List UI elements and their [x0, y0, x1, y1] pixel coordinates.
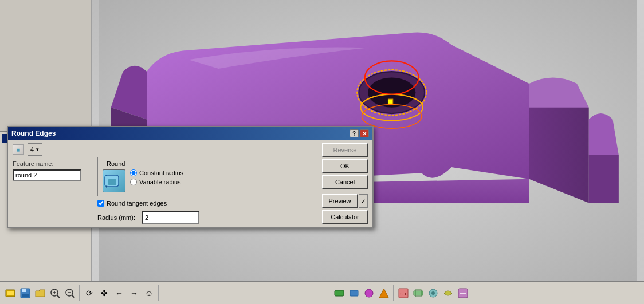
- toolbar-icon-c4[interactable]: [377, 286, 391, 300]
- toolbar-icon-back[interactable]: ←: [112, 286, 126, 300]
- left-toolbar: ⟳ ✤ ← → ☺: [3, 285, 156, 301]
- radius-input-container: 2 1 3 4 5: [142, 211, 199, 224]
- titlebar-buttons: ? ✕: [350, 129, 369, 137]
- separator-1: [79, 285, 80, 301]
- toolbar-row: ■ 4 ▼: [13, 143, 93, 156]
- bottom-right-buttons: Preview ✓ Calculator: [322, 194, 368, 224]
- svg-rect-15: [22, 294, 29, 297]
- svg-rect-28: [414, 291, 423, 295]
- svg-point-31: [431, 291, 435, 295]
- constant-radius-option[interactable]: Constant radius: [130, 169, 183, 176]
- preview-btn-row: Preview ✓: [322, 194, 368, 208]
- constant-radius-radio[interactable]: [130, 169, 137, 176]
- feature-name-label: Feature name:: [13, 160, 93, 167]
- feature-name-input[interactable]: [13, 169, 81, 181]
- bottom-toolbar: ⟳ ✤ ← → ☺: [0, 281, 644, 304]
- dialog-titlebar: Round Edges ? ✕: [8, 127, 372, 140]
- toolbar-icon-c5[interactable]: 3D: [396, 286, 410, 300]
- close-button[interactable]: ✕: [360, 129, 369, 137]
- svg-rect-12: [7, 291, 14, 295]
- toolbar-icon-zoom-out[interactable]: [63, 286, 77, 300]
- separator-3: [393, 285, 394, 301]
- svg-line-21: [72, 295, 74, 298]
- dialog-title: Round Edges: [11, 129, 56, 137]
- radius-row: Radius (mm): 2 1 3 4 5: [97, 211, 199, 224]
- toolbar-icon-forward[interactable]: →: [127, 286, 141, 300]
- toolbar-icon-1[interactable]: [3, 286, 17, 300]
- ok-button[interactable]: OK: [322, 159, 368, 173]
- svg-rect-6: [388, 99, 392, 104]
- dialog-left-section: ■ 4 ▼ Feature name:: [13, 143, 93, 224]
- toolbar-icon-box: ■: [13, 144, 24, 155]
- dialog-body: ■ 4 ▼ Feature name: Round: [8, 140, 372, 227]
- toolbar-icon-c7[interactable]: [426, 286, 440, 300]
- round-group-wrapper: Round r: [97, 157, 199, 224]
- toolbar-icon-open[interactable]: [33, 286, 47, 300]
- toolbar-number-btn[interactable]: 4 ▼: [28, 143, 42, 156]
- round-content: r Constant radius Variable radius: [103, 169, 194, 192]
- calculator-button[interactable]: Calculator: [322, 210, 368, 224]
- round-group-title: Round: [105, 160, 127, 167]
- toolbar-icon-c3[interactable]: [362, 286, 376, 300]
- toolbar-icon-smile[interactable]: ☺: [142, 286, 156, 300]
- svg-rect-14: [22, 289, 26, 292]
- dropdown-arrow-icon: ▼: [35, 147, 40, 152]
- variable-radius-option[interactable]: Variable radius: [130, 179, 183, 185]
- svg-text:3D: 3D: [400, 291, 406, 297]
- toolbar-icon-rotate[interactable]: ⟳: [83, 286, 96, 300]
- preview-check-btn[interactable]: ✓: [359, 194, 368, 208]
- toolbar-icon-pan[interactable]: ✤: [97, 286, 111, 300]
- svg-rect-9: [108, 179, 116, 185]
- separator-2: [158, 285, 159, 301]
- radio-group: Constant radius Variable radius: [130, 169, 183, 185]
- round-tangent-checkbox[interactable]: [97, 200, 104, 207]
- cancel-button[interactable]: Cancel: [322, 175, 368, 189]
- svg-rect-23: [335, 290, 344, 296]
- reverse-button[interactable]: Reverse: [322, 143, 368, 157]
- svg-line-17: [57, 295, 60, 298]
- round-group: Round r: [97, 157, 199, 196]
- svg-rect-24: [350, 290, 358, 296]
- feature-tree: [0, 0, 91, 132]
- radius-select[interactable]: 2 1 3 4 5: [142, 211, 199, 224]
- toolbar-icon-save[interactable]: [18, 286, 32, 300]
- dialog-right-buttons: Reverse OK Cancel Preview ✓: [322, 143, 368, 224]
- toolbar-icon-c2[interactable]: [347, 286, 361, 300]
- radius-label: Radius (mm):: [97, 214, 138, 221]
- toolbar-icon-c9[interactable]: [456, 286, 470, 300]
- toolbar-icon-zoom-in[interactable]: [48, 286, 62, 300]
- round-edges-dialog: Round Edges ? ✕ ■ 4: [7, 126, 374, 229]
- preview-button[interactable]: Preview: [322, 194, 358, 208]
- svg-point-25: [365, 289, 373, 297]
- center-toolbar: 3D: [162, 285, 641, 301]
- toolbar-icon-c1[interactable]: [332, 286, 346, 300]
- round-feature-icon: r: [103, 169, 125, 192]
- round-tangent-checkbox-row[interactable]: Round tangent edges: [97, 200, 199, 207]
- dialog-container: Round Edges ? ✕ ■ 4: [7, 126, 374, 228]
- variable-radius-radio[interactable]: [130, 179, 137, 185]
- toolbar-icon-c8[interactable]: [441, 286, 455, 300]
- help-button[interactable]: ?: [350, 129, 359, 137]
- toolbar-icon-c6[interactable]: [411, 286, 425, 300]
